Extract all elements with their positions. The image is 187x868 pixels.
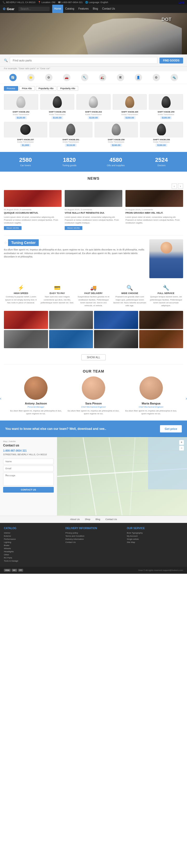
footer-delivery-contact[interactable]: Contact Us — [65, 541, 122, 544]
footer-catalog-interior[interactable]: Interior — [4, 532, 60, 534]
product-card-2[interactable]: SHIFT KNOB-256 Knobs Transmission $140.0… — [40, 94, 75, 119]
footer-catalog-exterior[interactable]: Exterior — [4, 535, 60, 537]
map-area[interactable]: + − — [57, 437, 187, 516]
hero-dot-logo: DOT — [162, 17, 171, 22]
footer-nav-about[interactable]: About Us — [70, 518, 80, 521]
contact-name-input[interactable] — [3, 459, 54, 464]
news-next-arrow[interactable]: › — [178, 184, 183, 189]
cat-icon-tool[interactable]: 🛠 — [117, 74, 124, 81]
nav-blog[interactable]: Blog — [91, 5, 100, 13]
sara-name: Sara Pinson — [67, 402, 121, 405]
filter-tab-process[interactable]: Process — [4, 86, 18, 91]
cat-icon-cog[interactable]: 🔩 — [171, 74, 178, 81]
nav-catalog[interactable]: Catalog — [63, 5, 76, 13]
gallery-image-5[interactable] — [4, 330, 48, 348]
read-more-btn-2[interactable]: READ MORE — [65, 226, 82, 230]
search-button[interactable]: FIND GOODS — [159, 58, 183, 64]
news-navigation: ‹ › — [0, 184, 187, 190]
login-link[interactable]: Login — [179, 1, 184, 4]
footer-catalog-tools[interactable]: Tools & Garage — [4, 560, 60, 562]
gallery-image-6[interactable] — [49, 330, 93, 348]
gallery-image-4[interactable] — [139, 311, 183, 329]
product-sub-3: Knobs Transmission — [76, 114, 111, 115]
footer-catalog-lighting[interactable]: Lighting — [4, 541, 60, 544]
news-prev-arrow[interactable]: ‹ — [172, 184, 177, 189]
get-price-button[interactable]: Get price — [160, 425, 182, 432]
gallery-image-8[interactable] — [139, 330, 183, 348]
footer-catalog-rv[interactable]: RV Parts — [4, 557, 60, 559]
footer-service-article[interactable]: Single article — [127, 538, 183, 540]
tuning-person — [149, 239, 183, 278]
footer-nav-contact[interactable]: Contact Us — [105, 518, 117, 521]
news-title-1: QUISQUE ACCUMSAN METUS. — [4, 212, 61, 215]
footer-catalog-brake[interactable]: Brake — [4, 544, 60, 547]
read-more-btn-1[interactable]: READ MORE — [4, 226, 22, 230]
footer-nav: About Us Shop Blog Contact Us — [0, 516, 187, 523]
contact-submit-button[interactable]: CONTACT US — [3, 487, 54, 493]
product-card-9[interactable]: SHIFT KNOB-258 Knobs Transmission $190.0… — [140, 122, 183, 147]
footer-service-sitemap[interactable]: Site Map — [127, 541, 183, 544]
cat-icon-settings[interactable]: ⚙ — [153, 74, 160, 81]
cat-icon-gear[interactable]: ⚙ — [45, 74, 52, 81]
product-card-4[interactable]: SHIFT KNOB-265 Knobs Transmission $150.0… — [113, 94, 147, 119]
gallery-image-1[interactable] — [4, 311, 48, 329]
gallery-image-7[interactable] — [94, 330, 138, 348]
contact-email-input[interactable] — [3, 466, 54, 471]
product-card-8[interactable]: SHIFT KNOB-258 Knobs Transmission $240.0… — [95, 122, 138, 147]
nav-contact[interactable]: Contact Us — [100, 5, 117, 13]
news-image-3 — [126, 190, 183, 207]
product-price-6: $1,800 — [20, 144, 31, 147]
stat-oils-label: Oils and supplies — [107, 164, 125, 167]
footer-delivery-privacy[interactable]: Privacy policy — [65, 532, 122, 534]
footer-catalog-headlights[interactable]: Headlights — [4, 550, 60, 553]
filter-tabs: Process Price Alto Popularity Alto Popul… — [0, 84, 187, 93]
footer-delivery-info[interactable]: Delivery information — [65, 538, 122, 540]
product-sub-1: Knobs Transmission — [4, 114, 38, 115]
search-input[interactable] — [10, 57, 157, 64]
team-next-arrow[interactable]: › — [186, 396, 187, 401]
product-card-6[interactable]: SHIFT KNOB-257 Knobs Transmission $1,800 — [4, 122, 47, 147]
footer-catalog-performance[interactable]: Performance — [4, 538, 60, 540]
svg-text:+: + — [181, 440, 182, 444]
gallery-row-2 — [4, 330, 183, 348]
gallery-image-3[interactable] — [94, 311, 138, 329]
knob-image-2 — [53, 96, 62, 108]
nav-features[interactable]: Features — [76, 5, 91, 13]
cta-banner: You want to know what else can our team?… — [0, 421, 187, 437]
team-prev-arrow[interactable]: ‹ — [0, 396, 1, 401]
cat-icon-wrench[interactable]: 🔧 — [81, 74, 88, 81]
news-text-1: Lorem ipsum dolor sit amet, consectetur … — [4, 216, 61, 224]
cat-icon-car[interactable]: 🚗 — [63, 74, 71, 81]
footer-catalog-other[interactable]: Other — [4, 554, 60, 556]
contact-left: Map | Satelite Contact us 1-800-987-0654… — [0, 437, 57, 516]
product-price-5: $180.00 — [160, 116, 172, 119]
product-card-7[interactable]: SHIFT KNOB-291 Knobs Transmission $119.0… — [49, 122, 93, 147]
knob-image-4 — [125, 96, 134, 108]
footer-service-account[interactable]: My Account — [127, 535, 183, 537]
filter-tab-popularity1[interactable]: Popularity Alto — [36, 86, 57, 91]
footer-nav-blog[interactable]: Blog — [96, 518, 100, 521]
contact-message-input[interactable] — [3, 473, 54, 486]
nav-search-input[interactable] — [19, 7, 50, 11]
logo[interactable]: ⚙ Gear — [3, 7, 15, 11]
product-card-3[interactable]: SHIFT KNOB-263 Knobs Transmission $130.0… — [76, 94, 111, 119]
gallery-image-2[interactable] — [49, 311, 93, 329]
antony-bio: Ea ullum fiber aperiri mi, impetus ale p… — [9, 409, 63, 415]
show-all-button[interactable]: SHOW ALL — [81, 354, 105, 360]
sara-bio: Ea ullum fiber aperiri mi, impetus ale p… — [67, 409, 121, 415]
nav-home[interactable]: Home — [52, 5, 63, 13]
tuning-content: ☆ Tuning Center Ea ullum fiber aperiri m… — [4, 239, 145, 259]
footer-service-typography[interactable]: Bore Typography — [127, 532, 183, 534]
filter-tab-popularity2[interactable]: Popularity Alto — [57, 86, 78, 91]
footer-nav-shop[interactable]: Shop — [85, 518, 90, 521]
cat-icon-star[interactable]: ⭐ — [27, 74, 34, 81]
footer-catalog-wheels[interactable]: Wheels — [4, 547, 60, 550]
product-card-5[interactable]: SHIFT KNOB-259 Knobs Transmission $180.0… — [149, 94, 183, 119]
product-card-1[interactable]: SHIFT KNOB-252 Knobs Transmission $120.0… — [4, 94, 38, 119]
cat-icon-truck[interactable]: 🚛 — [99, 74, 106, 81]
cat-icon-wheel[interactable]: 🔄 — [9, 74, 17, 81]
filter-tab-price[interactable]: Price Alto — [19, 86, 35, 91]
antony-role: Personal Manager — [9, 406, 63, 408]
cat-icon-person[interactable]: 👤 — [135, 74, 142, 81]
footer-delivery-terms[interactable]: Terms and Condition — [65, 535, 122, 537]
